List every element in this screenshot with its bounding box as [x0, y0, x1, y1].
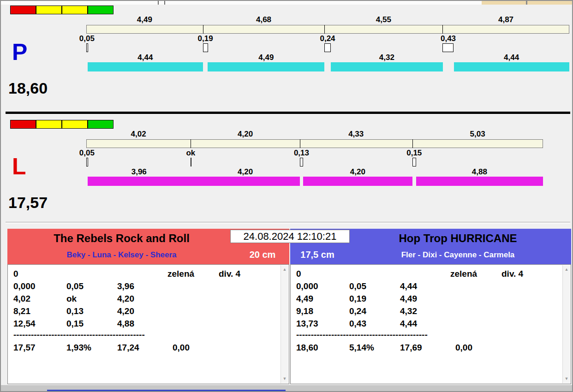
results-table-left: 0 zelená div. 4 0,000 0,05 3,96 4,02 ok … — [8, 267, 289, 354]
flyball-timing-window: P 18,60 4,490,054,444,680,194,494,550,24… — [0, 0, 573, 392]
separator-line — [6, 222, 570, 224]
results-panel-right: 0 zelená div. 4 0,000 0,05 4,44 4,49 0,1… — [290, 264, 571, 384]
net-time: 17,24 — [117, 341, 139, 354]
scroll-down-icon[interactable]: ▼ — [281, 375, 288, 382]
split-bar — [86, 25, 569, 34]
split-time-label: 4,68 — [249, 15, 279, 24]
cumulative-time: 4,02 — [13, 292, 30, 305]
team-dogs-left: Beky - Luna - Kelsey - Sheera — [7, 250, 236, 260]
loss-percent: 5,14% — [349, 341, 374, 354]
crossing-time: 0,43 — [349, 317, 366, 330]
table-row: 0,000 0,05 4,44 — [291, 280, 571, 292]
penalty-time: 0,00 — [455, 341, 472, 354]
top-window-artifact — [1, 1, 572, 5]
split-divider — [442, 25, 443, 34]
division-label: div. 4 — [219, 267, 240, 280]
dog-time-label: 4,20 — [231, 167, 260, 177]
dog-time: 4,88 — [117, 317, 134, 330]
table-row: 13,73 0,43 4,44 — [291, 317, 571, 330]
status-row: 0 zelená div. 4 — [8, 267, 289, 280]
split-time-label: 5,03 — [463, 130, 492, 139]
separator-dashes: ----------------------------------------… — [13, 330, 145, 340]
cross-box — [86, 158, 88, 166]
summary-row: 18,60 5,14% 17,69 0,00 — [291, 341, 571, 354]
background-window-line — [526, 1, 527, 5]
results-panel-left: 0 zelená div. 4 0,000 0,05 3,96 4,02 ok … — [7, 264, 289, 384]
scrollbar[interactable]: ▲ ▼ — [562, 265, 570, 383]
background-window-line — [164, 1, 165, 5]
split-divider — [412, 139, 413, 148]
split-bar — [86, 139, 543, 148]
cross-time-label: 0,05 — [72, 34, 101, 43]
light-status: zelená — [450, 267, 477, 280]
cross-box — [203, 43, 208, 52]
penalty-time: 0,00 — [173, 341, 190, 354]
cross-time-label: 0,43 — [434, 34, 463, 43]
split-divider — [324, 25, 325, 34]
dog-run-bar — [191, 177, 299, 186]
split-time-label: 4,02 — [124, 130, 153, 139]
lane-panel-left: L 17,57 4,020,053,964,20ok4,204,330,134,… — [6, 119, 570, 225]
split-time-label: 4,87 — [491, 15, 521, 24]
light-status: zelená — [167, 267, 194, 280]
split-time-label: 4,55 — [369, 15, 398, 24]
scroll-down-icon[interactable]: ▼ — [563, 375, 570, 382]
table-row: 4,02 ok 4,20 — [8, 292, 289, 305]
scroll-up-icon[interactable]: ▲ — [563, 266, 570, 273]
split-time-label: 4,49 — [130, 15, 159, 24]
crossing-time: ok — [66, 292, 77, 305]
dog-run-bar — [331, 62, 443, 71]
total-time: 18,60 — [296, 341, 318, 354]
jump-height-left: 20 cm — [236, 249, 289, 260]
dog-time: 4,49 — [400, 292, 417, 305]
dog-time-label: 4,32 — [372, 53, 401, 62]
dog-run-bar — [88, 177, 191, 186]
table-separator: ----------------------------------------… — [8, 330, 289, 341]
team-name-right: Hop Trop HURRICANE — [345, 232, 571, 245]
dog-time: 4,20 — [117, 292, 134, 305]
dog-time: 4,32 — [400, 305, 417, 317]
cumulative-time: 0,000 — [296, 280, 318, 292]
cross-box — [442, 43, 454, 52]
background-window-line — [158, 1, 159, 5]
summary-row: 17,57 1,93% 17,24 0,00 — [8, 341, 289, 354]
lane-panel-right: P 18,60 4,490,054,444,680,194,494,550,24… — [6, 5, 570, 111]
cross-time-label: 0,15 — [400, 148, 429, 158]
net-time: 17,69 — [400, 341, 422, 354]
table-row: 12,54 0,15 4,88 — [8, 317, 289, 330]
cumulative-time: 9,18 — [296, 305, 313, 317]
cross-box — [86, 43, 88, 52]
split-divider — [191, 139, 191, 148]
scrollbar[interactable]: ▲ ▼ — [281, 265, 288, 383]
team-name-left: The Rebels Rock and Roll — [7, 232, 236, 245]
dog-run-bar — [208, 62, 324, 71]
taskbar-fragment — [47, 390, 286, 392]
background-window-fragment — [482, 1, 572, 5]
crossing-time: 0,19 — [349, 292, 366, 305]
dog-run-bar — [416, 177, 543, 186]
dog-run-bar — [454, 62, 569, 71]
lane-divider — [6, 112, 570, 114]
table-row: 0,000 0,05 3,96 — [8, 280, 289, 292]
cross-time-label: ok — [176, 148, 205, 158]
split-time-label: 4,33 — [341, 130, 371, 139]
crossing-time: 0,13 — [66, 305, 84, 317]
dog-time: 4,44 — [400, 317, 417, 330]
results-table-right: 0 zelená div. 4 0,000 0,05 4,44 4,49 0,1… — [291, 267, 571, 354]
cross-time-label: 0,05 — [72, 148, 101, 158]
scroll-up-icon[interactable]: ▲ — [281, 266, 288, 273]
cross-time-label: 0,24 — [313, 34, 342, 43]
lane-timeline: 4,490,054,444,680,194,494,550,244,324,87… — [6, 5, 570, 111]
bottom-window-artifact — [1, 385, 572, 392]
dog-time-label: 4,44 — [131, 53, 160, 62]
division-label: div. 4 — [501, 267, 523, 280]
status-row: 0 zelená div. 4 — [291, 267, 571, 280]
cumulative-time: 12,54 — [13, 317, 36, 330]
dog-time-label: 4,49 — [251, 53, 281, 62]
loss-percent: 1,93% — [66, 341, 91, 354]
cross-box — [324, 43, 331, 52]
dog-run-bar — [303, 177, 412, 186]
crossing-time: 0,05 — [349, 280, 366, 292]
split-divider — [203, 25, 203, 34]
cross-time-label: 0,19 — [191, 34, 220, 43]
